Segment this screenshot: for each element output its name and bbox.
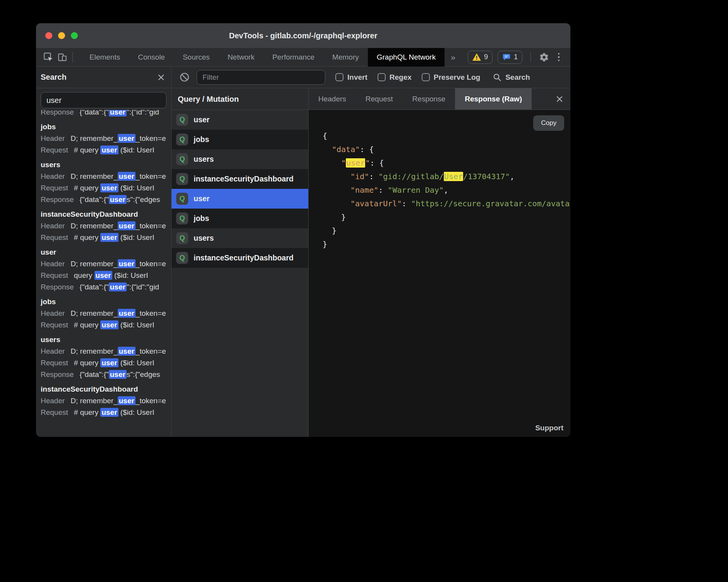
result-line-label: Response <box>41 370 74 378</box>
find-match-highlight: user <box>346 158 365 168</box>
checkbox-box-regex[interactable] <box>378 73 386 81</box>
query-item-label: jobs <box>194 214 209 223</box>
search-match-highlight: user <box>118 172 136 181</box>
result-line[interactable]: Request# query user ($id: UserI <box>36 232 171 243</box>
warning-count: 9 <box>484 53 488 61</box>
query-type-badge: Q <box>176 173 188 185</box>
query-item-user[interactable]: Quser <box>172 189 308 209</box>
network-search-toggle[interactable]: Search <box>493 73 530 82</box>
checkbox-preserve-log[interactable]: Preserve Log <box>422 73 480 82</box>
query-item-jobs[interactable]: Qjobs <box>172 209 308 228</box>
query-item-jobs[interactable]: Qjobs <box>172 130 308 149</box>
search-icon <box>493 73 502 82</box>
kebab-menu-icon[interactable] <box>554 53 563 62</box>
result-line[interactable]: Request# query user ($id: UserI <box>36 182 171 194</box>
result-line[interactable]: HeaderD; remember_user_token=e <box>36 133 171 144</box>
json-line: "data": { <box>309 143 570 156</box>
tab-elements[interactable]: Elements <box>81 48 129 67</box>
result-line-text: D; remember_user_token=e <box>70 172 166 181</box>
search-match-highlight: user <box>100 358 118 367</box>
search-match-highlight: user <box>100 233 118 242</box>
query-item-label: instanceSecurityDashboard <box>194 175 294 183</box>
result-line-text: # query user ($id: UserI <box>74 233 155 242</box>
clear-requests-icon[interactable] <box>179 72 190 82</box>
result-line[interactable]: Response{"data":{"users":{"edges <box>36 194 171 205</box>
device-toolbar-icon[interactable] <box>55 50 69 64</box>
result-line-label: Request <box>41 321 68 329</box>
detail-tab-response-raw[interactable]: Response (Raw) <box>455 88 532 110</box>
tab-performance[interactable]: Performance <box>263 48 323 67</box>
devtools-toolbar: ElementsConsoleSourcesNetworkPerformance… <box>36 48 570 67</box>
query-item-users[interactable]: Qusers <box>172 228 308 248</box>
search-match-highlight: user <box>109 282 127 291</box>
result-line[interactable]: HeaderD; remember_user_token=e <box>36 308 171 319</box>
result-line-label: Header <box>41 309 65 317</box>
result-line[interactable]: HeaderD; remember_user_token=e <box>36 220 171 232</box>
result-group-title-users: users <box>36 159 171 171</box>
search-results-list: Response{"data":{"user":{"id":"gidjobsHe… <box>36 110 171 437</box>
more-tabs-chevron[interactable]: » <box>445 53 462 62</box>
result-line[interactable]: HeaderD; remember_user_token=e <box>36 258 171 270</box>
detail-tab-request[interactable]: Request <box>356 88 403 110</box>
inspect-element-icon[interactable] <box>41 50 55 64</box>
result-line-text: D; remember_user_token=e <box>70 396 166 405</box>
search-input[interactable] <box>41 92 167 108</box>
settings-gear-icon[interactable] <box>539 52 549 62</box>
query-list: QuserQjobsQusersQinstanceSecurityDashboa… <box>172 110 308 437</box>
result-line[interactable]: Request# query user ($id: UserI <box>36 357 171 369</box>
message-count: 1 <box>514 53 518 61</box>
copy-button[interactable]: Copy <box>533 115 564 131</box>
result-line-label: Header <box>41 134 65 142</box>
result-line[interactable]: Request# query user ($id: UserI <box>36 319 171 331</box>
result-line[interactable]: Response{"data":{"user":{"id":"gid <box>36 281 171 293</box>
result-line-label: Response <box>41 110 74 116</box>
checkbox-label-invert: Invert <box>347 73 367 82</box>
tab-graphql-network[interactable]: GraphQL Network <box>368 48 445 67</box>
result-line[interactable]: HeaderD; remember_user_token=e <box>36 171 171 182</box>
messages-badge[interactable]: 1 <box>498 51 522 64</box>
detail-tab-response[interactable]: Response <box>403 88 455 110</box>
close-search-icon[interactable] <box>157 74 165 81</box>
checkbox-regex[interactable]: Regex <box>378 73 412 82</box>
query-item-label: users <box>194 234 214 243</box>
find-match-highlight: User <box>444 172 463 181</box>
json-line: "id": "gid://gitlab/User/13704317", <box>309 170 570 183</box>
tab-network[interactable]: Network <box>219 48 264 67</box>
result-line[interactable]: Requestquery user ($id: UserI <box>36 270 171 281</box>
result-line[interactable]: HeaderD; remember_user_token=e <box>36 346 171 357</box>
json-content: {"data": {"user": {"id": "gid://gitlab/U… <box>309 129 570 251</box>
support-link[interactable]: Support <box>535 424 563 432</box>
query-type-badge: Q <box>176 114 188 126</box>
checkbox-invert[interactable]: Invert <box>335 73 367 82</box>
result-line-text: # query user ($id: UserI <box>74 320 155 329</box>
tab-sources[interactable]: Sources <box>174 48 219 67</box>
result-line[interactable]: Request# query user ($id: UserI <box>36 407 171 418</box>
result-line[interactable]: Response{"data":{"users":{"edges <box>36 369 171 380</box>
search-match-highlight: user <box>100 146 118 154</box>
search-match-highlight: user <box>118 347 136 356</box>
issues-warning-badge[interactable]: 9 <box>468 51 493 64</box>
query-item-users[interactable]: Qusers <box>172 149 308 169</box>
close-detail-icon[interactable] <box>556 95 563 103</box>
filter-input[interactable] <box>197 70 325 85</box>
detail-tabs: HeadersRequestResponseResponse (Raw) <box>309 88 570 110</box>
query-item-instancesecuritydashboard[interactable]: QinstanceSecurityDashboard <box>172 248 308 268</box>
titlebar: DevTools - gitlab.com/-/graphql-explorer <box>36 23 570 48</box>
result-line[interactable]: Request# query user ($id: UserI <box>36 144 171 156</box>
result-line-label: Request <box>41 146 68 154</box>
query-item-instancesecuritydashboard[interactable]: QinstanceSecurityDashboard <box>172 169 308 189</box>
warning-icon <box>472 53 481 61</box>
query-item-label: user <box>194 115 209 124</box>
result-line-text: # query user ($id: UserI <box>74 408 155 417</box>
tab-memory[interactable]: Memory <box>323 48 368 67</box>
query-item-user[interactable]: Quser <box>172 110 308 130</box>
detail-tab-headers[interactable]: Headers <box>309 88 356 110</box>
json-line: } <box>309 238 570 251</box>
result-line-label: Response <box>41 283 74 291</box>
checkbox-box-invert[interactable] <box>335 73 343 81</box>
tab-console[interactable]: Console <box>129 48 174 67</box>
query-type-badge: Q <box>176 134 188 146</box>
result-line[interactable]: Response{"data":{"user":{"id":"gid <box>36 110 171 118</box>
checkbox-box-preserve-log[interactable] <box>422 73 430 81</box>
result-line[interactable]: HeaderD; remember_user_token=e <box>36 395 171 407</box>
